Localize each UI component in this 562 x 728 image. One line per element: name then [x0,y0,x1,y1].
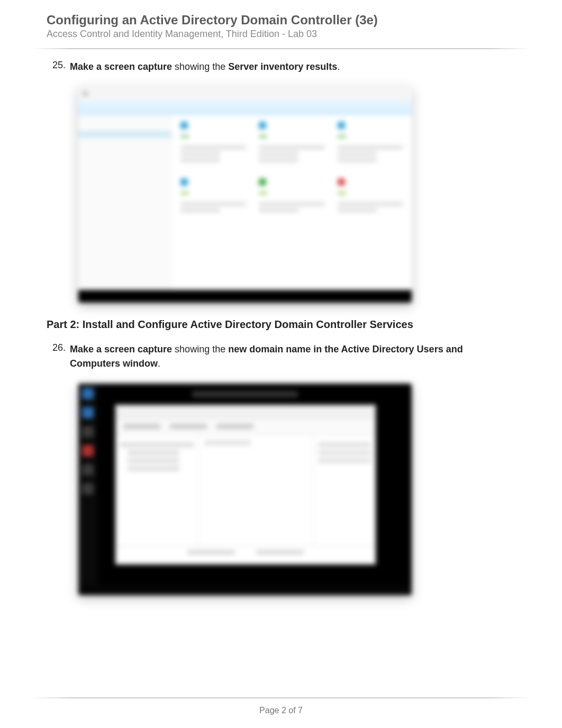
screenshot-server-inventory [78,87,412,303]
page-subtitle: Access Control and Identity Management, … [47,29,515,40]
sidebar-item-selected [78,131,171,138]
sidebar-item [83,143,167,148]
tile-icon [338,178,345,186]
step-tail: . [158,358,160,369]
step-mid: showing the [172,344,228,354]
sidebar-item [83,126,167,131]
status-badge [338,192,346,194]
toolbar-item [123,424,160,429]
screenshot-1-container [78,87,515,303]
status-badge [259,192,267,194]
step-tail: . [337,61,340,72]
dashboard-tile [259,122,324,165]
aduc-detail-pane [199,435,313,546]
sidebar-item [83,153,167,159]
sidebar-item [83,148,167,153]
tile-icon [180,122,188,129]
toolbar-item [216,424,253,429]
tile-icon [338,122,345,129]
server-manager-ribbon [78,101,412,115]
aduc-actions-pane [313,435,375,546]
step-bold-1: Make a screen capture [70,61,172,72]
screenshot-2-container [78,384,515,595]
sidebar-item [83,138,167,143]
step-25: 25. Make a screen capture showing the Se… [47,60,515,74]
status-badge [180,192,189,194]
dashboard-tile [338,178,403,215]
aduc-tree-pane [116,435,199,546]
dashboard-tile [180,122,246,165]
part-2-heading: Part 2: Install and Configure Active Dir… [47,319,515,331]
step-bold-1: Make a screen capture [70,344,172,354]
taskbar-icon [82,483,94,495]
desktop-bottom-bar [78,585,412,595]
step-26: 26. Make a screen capture showing the ne… [47,342,515,371]
desktop-title-placeholder [192,391,298,397]
status-badge [338,135,346,138]
toolbar-item [170,424,207,429]
dashboard-tile [259,178,324,215]
server-manager-sidebar [78,115,172,290]
status-badge [259,135,267,138]
taskbar-icon [82,426,94,438]
window-toolbar [116,418,375,435]
dashboard-tile [338,122,403,165]
screenshot-ad-users-computers [78,384,412,595]
step-text: Make a screen capture showing the new do… [70,342,515,371]
main-content: 25. Make a screen capture showing the Se… [0,49,562,595]
step-mid: showing the [172,61,228,72]
tile-icon [259,178,266,186]
aduc-window [115,405,376,565]
step-number: 26. [47,342,70,371]
step-number: 25. [47,60,70,74]
server-manager-dashboard [172,115,412,290]
desktop-taskbar [78,384,97,595]
window-titlebar [116,405,375,418]
tile-icon [259,122,266,129]
taskbar-icon [82,445,94,457]
page-title: Configuring an Active Directory Domain C… [47,13,515,28]
sidebar-item [83,121,167,126]
taskbar-icon [82,407,94,418]
window-control-icon [83,91,88,96]
window-statusbar [116,546,375,558]
dashboard-tile [180,178,246,215]
status-badge [180,135,189,138]
window-titlebar [78,87,412,101]
tile-icon [180,178,188,186]
page-number: Page 2 of 7 [0,706,562,715]
step-text: Make a screen capture showing the Server… [70,60,515,74]
footer-divider [32,697,530,698]
taskbar-icon [82,388,94,399]
step-bold-2: Server inventory results [228,61,337,72]
page-header: Configuring an Active Directory Domain C… [0,13,562,44]
window-taskbar [78,290,412,303]
taskbar-icon [82,464,94,476]
